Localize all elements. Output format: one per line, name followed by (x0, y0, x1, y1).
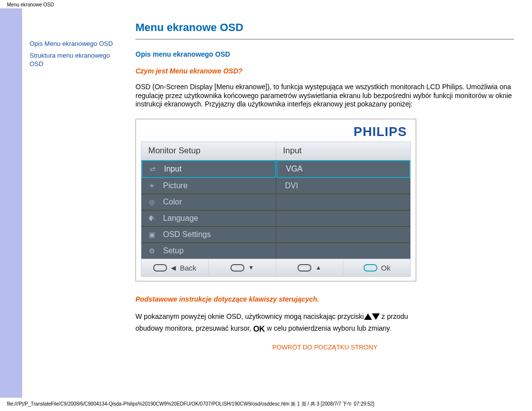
text: W pokazanym powyżej oknie OSD, użytkowni… (135, 312, 364, 320)
osd-btn-back-label: Back (180, 264, 196, 272)
osd-option-item[interactable]: VGA (276, 160, 411, 178)
menu-item-label: Setup (163, 246, 184, 255)
osd-option-item[interactable]: DVI (276, 178, 411, 194)
menu-item-label: OSD Settings (163, 230, 211, 239)
osd-menu-item[interactable]: ◎Color (141, 194, 276, 210)
osd-option-empty (276, 194, 411, 210)
menu-item-label: Language (163, 214, 198, 223)
osd-buttonbar: ◀ Back ▼ ▲ Ok (141, 259, 411, 277)
menu-item-icon: ⇄ (147, 165, 158, 173)
back-to-top-link[interactable]: POWRÓT DO POCZĄTKU STRONY (272, 343, 378, 351)
osd-menu-item[interactable]: ⚙Setup (141, 243, 276, 259)
osd-btn-up[interactable]: ▲ (276, 259, 344, 276)
menu-item-icon: ◎ (146, 198, 157, 206)
gap (22, 8, 29, 398)
up-arrow-icon: ▲ (315, 264, 321, 271)
osd-illustration: PHILIPS Monitor Setup Input ⇄Input☀Pictu… (135, 119, 416, 281)
osd-menu-item[interactable]: ☀Picture (141, 178, 276, 194)
footer-path: file:///P|/P_TranslateFile/C9/2008/6/C90… (0, 398, 532, 410)
menu-item-label: Picture (163, 181, 188, 190)
subheading-czym-jest: Czym jest Menu ekranowe OSD? (135, 67, 514, 75)
pill-icon (153, 264, 167, 272)
menu-item-icon: 🗣 (146, 214, 157, 222)
main-content: Menu ekranowe OSD Opis menu ekranowego O… (130, 8, 532, 398)
page-title: Menu ekranowe OSD (135, 21, 514, 34)
osd-menu-item[interactable]: 🗣Language (141, 210, 276, 227)
osd-col-title-left: Monitor Setup (141, 142, 276, 160)
text: z przodu (380, 312, 408, 320)
osd-option-empty (276, 210, 411, 227)
pill-icon (231, 264, 244, 272)
menu-item-icon: ☀ (146, 182, 157, 190)
osd-btn-ok-label: Ok (381, 264, 391, 272)
osd-option-empty (276, 243, 411, 259)
menu-item-label: Input (164, 165, 182, 173)
menu-item-icon: ⚙ (146, 247, 157, 255)
sidebar-nav: Opis Menu ekranowego OSD Struktura menu … (29, 8, 130, 398)
option-item-label: DVI (285, 181, 299, 190)
sidebar-link-struktura[interactable]: Struktura menu ekranowego OSD (30, 50, 126, 70)
pill-icon (298, 264, 311, 272)
brand-logo: PHILIPS (141, 124, 411, 139)
osd-btn-down[interactable]: ▼ (209, 259, 276, 276)
pill-icon (364, 264, 377, 272)
text: obudowy monitora, przesuwać kursor, (135, 325, 253, 333)
divider (135, 39, 514, 39)
osd-menu-item[interactable]: ⇄Input (141, 160, 276, 178)
osd-col-title-right: Input (276, 142, 411, 160)
subheading-instrukcje: Podstawowe instrukcje dotyczące klawiszy… (135, 295, 514, 303)
menu-item-icon: ▣ (146, 231, 157, 239)
osd-option-empty (276, 227, 411, 243)
text: w celu potwierdzenia wyboru lub zmiany. (265, 325, 392, 333)
up-triangle-icon (364, 313, 372, 320)
osd-right-column: VGADVI (276, 160, 411, 259)
osd-btn-back[interactable]: ◀ Back (141, 259, 209, 276)
down-arrow-icon: ▼ (248, 264, 254, 271)
osd-btn-ok[interactable]: Ok (343, 259, 410, 276)
section-heading-opis: Opis menu ekranowego OSD (135, 50, 514, 58)
ok-icon: OK (253, 322, 265, 336)
decorative-left-bar (0, 8, 22, 398)
back-arrow-icon: ◀ (171, 264, 176, 272)
page-header: Menu ekranowe OSD (0, 0, 532, 8)
down-triangle-icon (372, 313, 380, 320)
osd-menu-item[interactable]: ▣OSD Settings (141, 227, 276, 243)
option-item-label: VGA (286, 165, 303, 173)
osd-left-column: ⇄Input☀Picture◎Color🗣Language▣OSD Settin… (141, 160, 276, 259)
intro-paragraph: OSD (On-Screen Display [Menu ekranowe]),… (135, 83, 514, 109)
sidebar-link-opis[interactable]: Opis Menu ekranowego OSD (30, 38, 126, 50)
instructions-paragraph: W pokazanym powyżej oknie OSD, użytkowni… (135, 311, 514, 336)
menu-item-label: Color (163, 198, 182, 206)
